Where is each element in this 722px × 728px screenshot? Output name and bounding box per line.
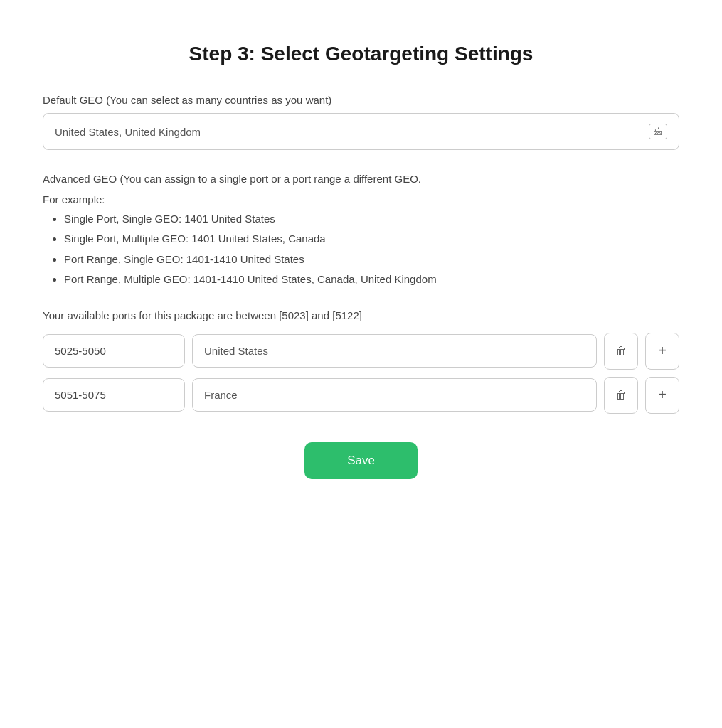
example-item-2: Single Port, Multiple GEO: 1401 United S… — [64, 231, 679, 247]
example-label: For example: — [43, 193, 679, 205]
port-range-input-2[interactable] — [43, 378, 185, 412]
delete-row-1-button[interactable] — [604, 333, 638, 370]
port-range-input-1[interactable] — [43, 334, 185, 368]
port-row-2 — [43, 377, 679, 414]
advanced-geo-description: Advanced GEO (You can assign to a single… — [43, 171, 679, 188]
example-item-3: Port Range, Single GEO: 1401-1410 United… — [64, 252, 679, 268]
page-title: Step 3: Select Geotargeting Settings — [43, 43, 679, 65]
example-item-4: Port Range, Multiple GEO: 1401-1410 Unit… — [64, 272, 679, 288]
example-item-1: Single Port, Single GEO: 1401 United Sta… — [64, 211, 679, 228]
default-geo-label: Default GEO (You can select as many coun… — [43, 94, 679, 106]
port-row-1 — [43, 333, 679, 370]
delete-row-2-button[interactable] — [604, 377, 638, 414]
keyboard-icon: 🖮 — [649, 124, 667, 139]
trash-icon-1 — [615, 343, 627, 358]
geo-input-2[interactable] — [192, 378, 597, 412]
default-geo-select[interactable]: United States, United Kingdom 🖮 — [43, 113, 679, 150]
page-container: Step 3: Select Geotargeting Settings Def… — [14, 28, 708, 493]
advanced-geo-section: Advanced GEO (You can assign to a single… — [43, 171, 679, 288]
save-button[interactable]: Save — [304, 442, 418, 479]
plus-icon-1 — [658, 343, 667, 359]
default-geo-section: Default GEO (You can select as many coun… — [43, 94, 679, 150]
add-row-2-button[interactable] — [645, 377, 679, 414]
plus-icon-2 — [658, 387, 667, 403]
ports-info: Your available ports for this package ar… — [43, 309, 679, 321]
port-rows — [43, 333, 679, 414]
save-section: Save — [43, 442, 679, 479]
trash-icon-2 — [615, 387, 627, 402]
default-geo-value: United States, United Kingdom — [55, 126, 201, 138]
example-list: Single Port, Single GEO: 1401 United Sta… — [43, 211, 679, 288]
geo-input-1[interactable] — [192, 334, 597, 368]
add-row-1-button[interactable] — [645, 333, 679, 370]
